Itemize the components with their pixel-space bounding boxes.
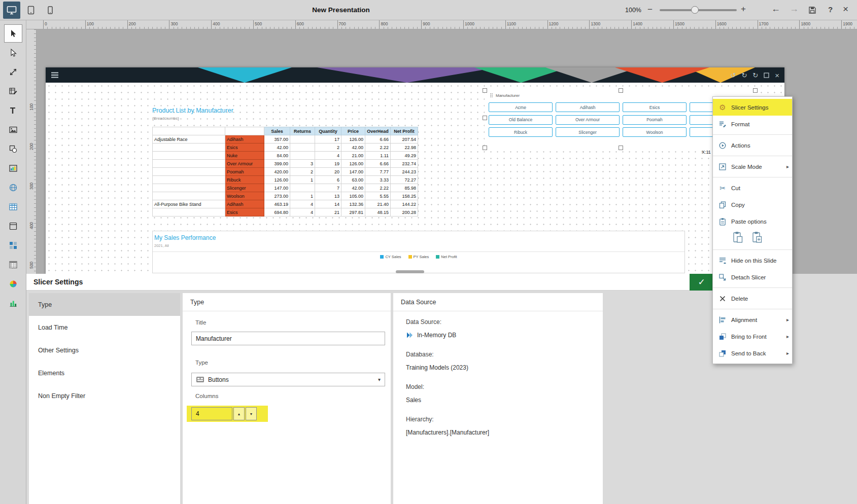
slicer-header[interactable]: Manufacturer	[490, 93, 520, 98]
table-tool[interactable]	[4, 198, 22, 216]
forward-button[interactable]: →	[790, 4, 799, 13]
selection-handle[interactable]	[619, 88, 623, 93]
table-row[interactable]: Ribuck126.001663.003.3372.27	[153, 176, 418, 184]
slicer-button-poomah[interactable]: Poomah	[623, 115, 687, 125]
image-tool[interactable]	[4, 121, 22, 139]
slide-close-icon[interactable]: ×	[775, 71, 779, 79]
table-row[interactable]: Esics42.00242.002.2222.98	[153, 143, 418, 152]
pie-chart-tool[interactable]	[4, 275, 22, 293]
apply-button[interactable]: ✓	[690, 274, 713, 291]
menu-item-slicer-settings[interactable]: ⚙Slicer Settings	[713, 99, 792, 116]
close-button[interactable]: ×	[843, 4, 848, 14]
paste-special-icon[interactable]	[751, 231, 763, 243]
connector-tool[interactable]	[4, 63, 22, 81]
manufacturer-cell[interactable]: Adihash	[225, 200, 264, 208]
slicer-button-esics[interactable]: Esics	[623, 102, 687, 112]
manufacturer-cell[interactable]: Woolson	[225, 192, 264, 200]
table-column-header[interactable]: Sales	[264, 127, 290, 135]
selection-handle[interactable]	[483, 88, 487, 93]
manufacturer-cell[interactable]: Ribuck	[225, 176, 264, 184]
drag-handle-icon[interactable]	[490, 93, 493, 98]
selection-handle[interactable]	[753, 88, 758, 93]
menu-item-hide-on-this-slide[interactable]: Hide on this Slide	[713, 252, 792, 269]
manufacturer-cell[interactable]: Slicenger	[225, 184, 264, 192]
settings-nav-non-empty-filter[interactable]: Non Empty Filter	[29, 384, 180, 407]
edit-grid-tool[interactable]	[4, 82, 22, 100]
table-row[interactable]: Adjustable RaceAdihash357.0017126.006.66…	[153, 135, 418, 143]
hamburger-menu-icon[interactable]	[51, 67, 59, 83]
settings-nav-load-time[interactable]: Load Time	[29, 316, 180, 339]
settings-nav-other-settings[interactable]: Other Settings	[29, 339, 180, 362]
product-table[interactable]: SalesReturnsQuantityPriceOverHeadNet Pro…	[152, 127, 418, 217]
web-content-tool[interactable]	[4, 178, 22, 197]
phone-view-icon[interactable]	[42, 2, 59, 19]
zoom-in-button[interactable]: +	[741, 5, 746, 13]
spin-up-button[interactable]: ▲	[233, 407, 245, 420]
layout-tool[interactable]	[4, 236, 22, 255]
desktop-view-icon[interactable]	[3, 2, 20, 19]
select-tool[interactable]	[4, 24, 22, 43]
table-row[interactable]: Slicenger147.00742.002.2285.98	[153, 184, 418, 192]
matrix-tool[interactable]	[4, 256, 22, 274]
title-field[interactable]	[191, 332, 385, 345]
settings-nav-elements[interactable]: Elements	[29, 362, 180, 384]
spin-down-button[interactable]: ▼	[246, 407, 257, 420]
save-button[interactable]	[808, 6, 817, 15]
manufacturer-cell[interactable]: Poomah	[225, 168, 264, 176]
sales-chart-widget[interactable]: My Sales Performance 2021, All CY SalesP…	[152, 231, 685, 273]
menu-item-send-to-back[interactable]: Send to Back▸	[713, 345, 792, 362]
zoom-out-button[interactable]: −	[647, 5, 653, 14]
menu-item-delete[interactable]: Delete	[713, 290, 792, 307]
slicer-button-acme[interactable]: Acme	[489, 102, 553, 112]
selection-handle[interactable]	[483, 146, 487, 150]
menu-item-format[interactable]: Format	[713, 116, 792, 132]
tablet-view-icon[interactable]	[22, 2, 40, 19]
shape-tool[interactable]	[4, 140, 22, 158]
table-row[interactable]: Esics694.80421297.8148.15200.28	[153, 208, 418, 217]
menu-item-detach-slicer[interactable]: Detach Slicer	[713, 269, 792, 285]
table-row[interactable]: Nuke84.00421.001.1149.29	[153, 152, 418, 160]
maximize-icon[interactable]	[764, 73, 769, 78]
undo-icon[interactable]: ↺	[731, 72, 736, 79]
table-column-header[interactable]: Net Profit	[391, 127, 418, 135]
help-button[interactable]: ?	[828, 6, 833, 13]
table-column-header[interactable]: Quantity	[315, 127, 341, 135]
table-column-header[interactable]: Returns	[290, 127, 315, 135]
table-row[interactable]: All-Purpose Bike StandAdihash463.1941413…	[153, 200, 418, 208]
slicer-button-old-balance[interactable]: Old Balance	[489, 115, 553, 125]
selection-handle[interactable]	[619, 146, 623, 150]
bar-chart-tool[interactable]	[4, 294, 22, 312]
manufacturer-cell[interactable]: Esics	[225, 143, 264, 152]
media-tool[interactable]	[4, 159, 22, 177]
panel-resize-grip[interactable]	[396, 270, 424, 273]
table-column-header[interactable]: OverHead	[365, 127, 391, 135]
table-column-header[interactable]: Price	[341, 127, 365, 135]
menu-item-bring-to-front[interactable]: Bring to Front▸	[713, 328, 792, 345]
menu-item-alignment[interactable]: Alignment▸	[713, 311, 792, 328]
selection-handle[interactable]	[483, 116, 487, 120]
slicer-button-adihash[interactable]: Adihash	[556, 102, 620, 112]
manufacturer-cell[interactable]: Nuke	[225, 152, 264, 160]
slicer-button-woolson[interactable]: Woolson	[623, 127, 687, 137]
table-row[interactable]: Woolson273.00113105.005.55158.25	[153, 192, 418, 200]
type-dropdown[interactable]: Buttons ▾	[191, 373, 385, 386]
back-button[interactable]: ←	[771, 4, 780, 13]
settings-nav-type[interactable]: Type	[29, 293, 180, 316]
direct-select-tool[interactable]	[4, 44, 22, 62]
menu-item-scale-mode[interactable]: Scale Mode▸	[713, 158, 792, 175]
refresh-icon[interactable]: ↻	[752, 72, 758, 79]
menu-item-copy[interactable]: Copy	[713, 196, 792, 213]
manufacturer-cell[interactable]: Over Armour	[225, 160, 264, 168]
redo-icon[interactable]: ↻	[741, 72, 747, 79]
slicer-button-slicenger[interactable]: Slicenger	[556, 127, 620, 137]
paste-plain-icon[interactable]	[732, 231, 743, 243]
table-row[interactable]: Poomah420.00220147.007.77244.23	[153, 168, 418, 176]
manufacturer-cell[interactable]: Adihash	[225, 135, 264, 143]
panel-tool[interactable]	[4, 217, 22, 235]
menu-item-actions[interactable]: Actions	[713, 137, 792, 154]
menu-item-paste-options[interactable]: Paste options	[713, 213, 792, 230]
columns-field[interactable]	[191, 407, 232, 420]
text-tool[interactable]	[4, 101, 22, 120]
manufacturer-cell[interactable]: Esics	[225, 208, 264, 217]
table-row[interactable]: Over Armour399.00319126.006.66232.74	[153, 160, 418, 168]
